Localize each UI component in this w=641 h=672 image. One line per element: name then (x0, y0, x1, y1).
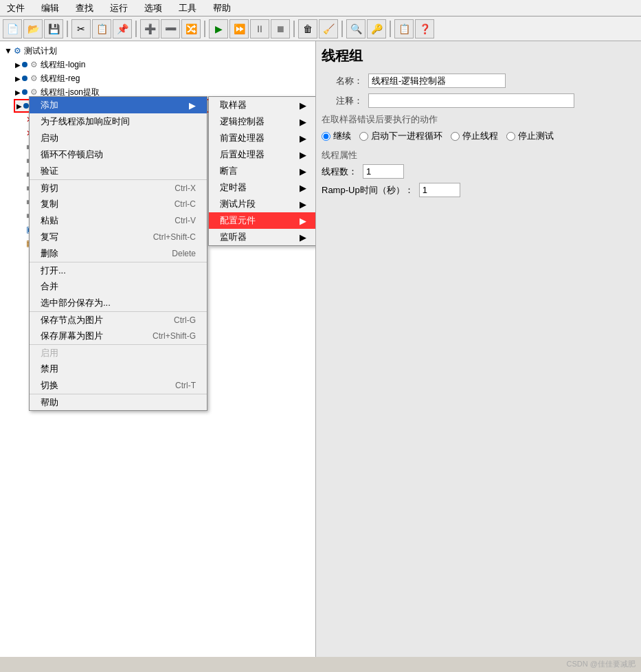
sub-assert[interactable]: 断言 ▶ (209, 163, 316, 179)
menu-help[interactable]: 帮助 (209, 1, 235, 16)
ctx-duplicate-label: 复写 (41, 231, 58, 243)
cut-button[interactable]: ✂ (71, 19, 91, 38)
error-radio-group: 继续 启动下一进程循环 停止线程 停止测试 (322, 130, 636, 142)
search-button[interactable]: 🔍 (346, 19, 366, 38)
ctx-add-listener-time[interactable]: 为子线程添加响应时间 (30, 113, 207, 130)
ctx-toggle-label: 切换 (41, 379, 58, 392)
ctx-copy-shortcut: Ctrl-C (175, 199, 196, 209)
sub-timer-label: 定时器 (220, 181, 247, 194)
copy-button[interactable]: 📋 (92, 19, 111, 38)
sub-sampler-arrow: ▶ (300, 100, 306, 111)
name-label: 名称： (322, 75, 363, 87)
sep4 (293, 21, 295, 37)
help-btn[interactable]: ❓ (415, 19, 434, 38)
collapse-button[interactable]: ➖ (161, 19, 180, 38)
thread-props-section: 线程属性 线程数： Ramp-Up时间（秒）： (322, 149, 636, 197)
ctx-delete[interactable]: 删除 Delete (30, 245, 207, 262)
radio-next-loop[interactable]: 启动下一进程循环 (359, 130, 442, 142)
tree-item-tg-login[interactable]: ▶ ⚙ 线程组-login (14, 58, 313, 71)
start-no-pause[interactable]: ⏩ (229, 19, 249, 38)
expand-icon4: ▶ (16, 102, 22, 110)
ctx-cut[interactable]: 剪切 Ctrl-X (30, 179, 207, 196)
sub-logic[interactable]: 逻辑控制器 ▶ (209, 113, 316, 130)
ctx-start-label: 启动 (41, 132, 58, 144)
right-panel: 线程组 名称： 注释： 在取样器错误后要执行的动作 继续 启动下一进程循环 停止… (316, 41, 641, 657)
stop-button[interactable]: ⏸ (250, 19, 269, 38)
menu-run[interactable]: 运行 (106, 1, 132, 16)
sub-post-arrow: ▶ (300, 150, 306, 160)
thread-props-label: 线程属性 (322, 149, 636, 161)
sub-sampler-label: 取样器 (220, 99, 247, 111)
ctx-save-as[interactable]: 选中部分保存为... (30, 295, 207, 311)
new-button[interactable]: 📄 (3, 19, 22, 38)
tree-label-tg-reg: 线程组-reg (41, 73, 80, 85)
sub-test-fragment[interactable]: 测试片段 ▶ (209, 196, 316, 212)
ctx-paste-shortcut: Ctrl-V (175, 216, 196, 225)
shutdown-button[interactable]: ⏹ (271, 19, 290, 38)
sub-pre-label: 前置处理器 (220, 132, 265, 144)
name-input[interactable] (368, 74, 506, 88)
ctx-save-screen-img[interactable]: 保存屏幕为图片 Ctrl+Shift-G (30, 328, 207, 344)
tree-item-root[interactable]: ▼ ⚙ 测试计划 (3, 44, 313, 58)
thread-count-label: 线程数： (322, 166, 357, 178)
tree-item-tg-reg[interactable]: ▶ ⚙ 线程组-reg (14, 71, 313, 85)
ctx-save-node-img-label: 保存节点为图片 (41, 314, 103, 326)
ctx-disable[interactable]: 禁用 (30, 361, 207, 377)
list-button[interactable]: 📋 (394, 19, 414, 38)
ctx-toggle-shortcut: Ctrl-T (175, 381, 196, 390)
ctx-enable[interactable]: 启用 (30, 344, 207, 361)
toggle-button[interactable]: 🔀 (181, 19, 201, 38)
menu-file[interactable]: 文件 (3, 1, 29, 16)
gear-icon-tgjson: ⚙ (30, 87, 38, 97)
radio-stop-test[interactable]: 停止测试 (506, 130, 554, 142)
thread-count-input[interactable] (363, 164, 404, 179)
ctx-copy[interactable]: 复制 Ctrl-C (30, 196, 207, 212)
menu-tools[interactable]: 工具 (175, 1, 201, 16)
sub-pre[interactable]: 前置处理器 ▶ (209, 130, 316, 146)
rampup-input[interactable] (419, 183, 460, 197)
ctx-delete-shortcut: Delete (172, 249, 196, 258)
clear-button[interactable]: 🗑 (298, 19, 317, 38)
ctx-help[interactable]: 帮助 (30, 394, 207, 410)
sub-sampler[interactable]: 取样器 ▶ (209, 97, 316, 113)
menu-bar: 文件 编辑 查找 运行 选项 工具 帮助 (0, 0, 641, 16)
watermark: CSDN @佳佳要减肥 (567, 659, 636, 669)
sep3 (204, 21, 205, 37)
save-button[interactable]: 💾 (44, 19, 63, 38)
menu-edit[interactable]: 编辑 (37, 1, 63, 16)
sub-post[interactable]: 后置处理器 ▶ (209, 146, 316, 163)
left-panel: ▼ ⚙ 测试计划 ▶ ⚙ 线程组-login ▶ ⚙ 线程组-reg ▶ (0, 41, 316, 657)
ctx-start[interactable]: 启动 (30, 130, 207, 146)
radio-continue[interactable]: 继续 (322, 130, 351, 142)
ctx-save-screen-img-label: 保存屏幕为图片 (41, 330, 103, 342)
menu-options[interactable]: 选项 (140, 1, 166, 16)
paste-button[interactable]: 📌 (113, 19, 132, 38)
expand-button[interactable]: ➕ (140, 19, 159, 38)
sub-config[interactable]: 配置元件 ▶ (209, 212, 316, 229)
start-button[interactable]: ▶ (209, 19, 228, 38)
blue-dot-icon (22, 62, 27, 67)
context-menu-main: 添加 ▶ 为子线程添加响应时间 启动 循环不停顿启动 验证 剪切 Ctrl-X (29, 96, 207, 411)
ctx-toggle[interactable]: 切换 Ctrl-T (30, 377, 207, 394)
gear-icon-tglogin: ⚙ (30, 60, 38, 69)
ctx-duplicate[interactable]: 复写 Ctrl+Shift-C (30, 229, 207, 245)
open-button[interactable]: 📂 (23, 19, 43, 38)
ctx-loop-start[interactable]: 循环不停顿启动 (30, 146, 207, 163)
ctx-open[interactable]: 打开... (30, 262, 207, 278)
ctx-merge[interactable]: 合并 (30, 278, 207, 295)
ctx-add[interactable]: 添加 ▶ (30, 97, 207, 113)
ctx-paste[interactable]: 粘贴 Ctrl-V (30, 212, 207, 229)
comment-input[interactable] (368, 93, 574, 108)
radio-stop-thread[interactable]: 停止线程 (451, 130, 498, 142)
menu-find[interactable]: 查找 (71, 1, 98, 16)
clear-all-button[interactable]: 🧹 (319, 19, 338, 38)
ctx-save-node-img[interactable]: 保存节点为图片 Ctrl-G (30, 311, 207, 328)
ctx-save-screen-img-shortcut: Ctrl+Shift-G (153, 331, 196, 341)
sub-listener-arrow: ▶ (300, 232, 306, 243)
sub-timer[interactable]: 定时器 ▶ (209, 179, 316, 196)
ctx-verify[interactable]: 验证 (30, 163, 207, 179)
sub-listener[interactable]: 监听器 ▶ (209, 229, 316, 245)
ctx-add-arrow: ▶ (189, 100, 196, 111)
key-button[interactable]: 🔑 (367, 19, 386, 38)
ctx-paste-label: 粘贴 (41, 214, 58, 227)
